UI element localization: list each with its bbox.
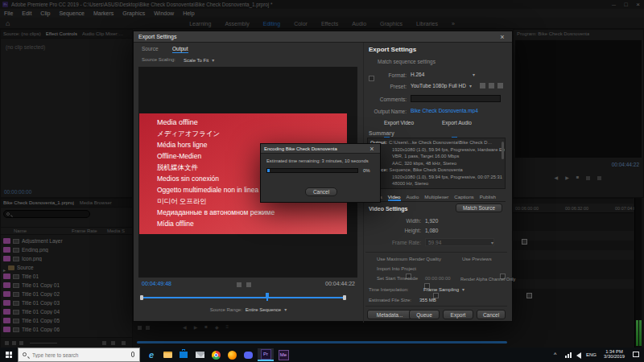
tab-publish[interactable]: Publish [480, 192, 496, 201]
source-scaling-dropdown[interactable]: Scale To Fit [184, 57, 214, 63]
media-encoder-icon[interactable]: Me [277, 348, 290, 361]
output-name-link[interactable]: Bike Check Dosnoventa.mp4 [411, 108, 478, 113]
comments-input[interactable] [411, 95, 501, 102]
import-into-project-label: Import Into Project [377, 266, 416, 271]
premiere-taskbar-icon[interactable]: Pr [258, 348, 274, 361]
preview-zoom-icon[interactable] [246, 282, 251, 287]
tray-clock[interactable]: 1:34 PM 3/30/2019 [599, 349, 630, 359]
range-out-handle[interactable] [343, 295, 346, 300]
render-alpha-checkbox[interactable] [526, 293, 532, 298]
close-icon[interactable] [367, 145, 377, 153]
preset-dropdown[interactable]: YouTube 1080p Full HD [411, 83, 472, 88]
tray-date: 3/30/2019 [599, 354, 630, 359]
import-preset-icon[interactable] [489, 83, 494, 88]
tab-audio[interactable]: Audio [407, 192, 419, 201]
tab-source-preview[interactable]: Source [142, 46, 159, 51]
preview-current-timecode: 00:04:49:48 [142, 281, 171, 286]
taskbar-search-box[interactable] [18, 348, 140, 362]
encoding-dialog-titlebar[interactable]: Encoding Bike Check Dosnoventa [261, 144, 380, 154]
microphone-icon[interactable] [131, 352, 134, 357]
preview-settings-icon[interactable] [237, 282, 242, 287]
media-offline-text: Медиаданные в автономном режиме [157, 208, 275, 216]
preview-seek-bar[interactable] [142, 294, 345, 301]
time-interpolation-label: Time Interpolation: [369, 287, 408, 292]
source-scaling-label: Source Scaling: [142, 57, 175, 62]
search-icon [23, 352, 27, 356]
time-interpolation-dropdown[interactable]: Frame Sampling [423, 286, 464, 292]
max-render-quality-label: Use Maximum Render Quality [377, 257, 441, 261]
export-settings-header: Export Settings [369, 46, 416, 53]
save-preset-icon[interactable] [480, 83, 485, 88]
summary-box[interactable]: Output: C:\Users\...ke Check Dosnoventa\… [367, 138, 506, 189]
delete-preset-icon[interactable] [497, 83, 503, 88]
encoding-cancel-button[interactable]: Cancel [305, 187, 337, 196]
export-button[interactable]: Export [443, 310, 473, 319]
file-size-value: 355 MB [419, 298, 436, 302]
firefox-icon[interactable] [225, 348, 238, 361]
comments-label: Comments: [365, 97, 407, 102]
close-icon[interactable] [497, 33, 507, 41]
use-previews-label: Use Previews [462, 257, 492, 261]
start-timecode-value[interactable]: 00:00:00:00 [425, 276, 451, 281]
media-offline-text: Medios sin conexión [157, 175, 219, 183]
store-icon[interactable] [177, 348, 190, 361]
output-name-label: Output Name: [365, 109, 407, 114]
height-label: Height: [365, 228, 421, 233]
network-icon[interactable] [565, 352, 572, 358]
file-size-label: Estimated File Size: [369, 298, 411, 302]
encoding-progress-bar [266, 168, 358, 173]
export-tabs: Effects Video Audio Multiplexer Captions… [367, 192, 506, 202]
tab-captions[interactable]: Captions [454, 192, 473, 201]
match-source-button[interactable]: Match Source [456, 204, 502, 212]
tab-multiplexer[interactable]: Multiplexer [424, 192, 448, 201]
export-dialog-titlebar[interactable]: Export Settings [134, 31, 512, 43]
start-button[interactable] [0, 348, 18, 362]
discord-icon[interactable] [242, 348, 254, 361]
mail-icon[interactable] [193, 348, 206, 361]
summary-source-name: Sequence, Bike Check Dosnoventa [390, 167, 463, 172]
windows-taskbar: e Pr Me ^ ENG 1:34 PM 3/30/2019 [0, 348, 644, 362]
summary-output-detail: VBR, 1 pass, Target 16.00 Mbps [392, 154, 459, 158]
preset-label: Preset: [365, 84, 407, 89]
tab-output-preview[interactable]: Output [172, 46, 188, 53]
action-center-icon[interactable] [633, 352, 639, 357]
link-dimensions-checkbox[interactable] [522, 239, 527, 245]
file-explorer-icon[interactable] [161, 348, 174, 361]
tray-language[interactable]: ENG [586, 352, 597, 357]
queue-button[interactable]: Queue [409, 310, 440, 319]
media-offline-text: Media offline [157, 118, 198, 126]
range-in-handle[interactable] [140, 295, 143, 300]
volume-icon[interactable] [576, 352, 581, 359]
edge-icon[interactable]: e [145, 348, 158, 361]
height-value[interactable]: 1,080 [425, 228, 438, 233]
media-offline-text: Média hors ligne [157, 141, 207, 149]
metadata-button[interactable]: Metadata... [367, 310, 412, 319]
summary-source-detail: 48000 Hz, Stereo [392, 181, 428, 186]
chrome-icon[interactable] [209, 348, 222, 361]
media-offline-text: 脱机媒体文件 [157, 163, 198, 173]
summary-scrollbar[interactable] [502, 142, 504, 159]
frame-rate-label: Frame Rate: [365, 240, 421, 245]
cancel-button[interactable]: Cancel [477, 310, 506, 319]
width-value[interactable]: 1,920 [425, 218, 438, 224]
render-alpha-label: Render Alpha Channel Only [460, 277, 515, 282]
tray-chevron-icon[interactable]: ^ [554, 352, 556, 357]
media-offline-text: Mídia offline [157, 220, 194, 228]
export-dialog-title: Export Settings [138, 34, 176, 39]
source-range-dropdown[interactable]: Entire Sequence [246, 306, 287, 312]
encoding-dialog-title: Encoding Bike Check Dosnoventa [264, 146, 337, 151]
match-sequence-label: Match sequence settings [378, 59, 436, 64]
format-dropdown[interactable]: H.264 [411, 72, 475, 77]
media-offline-text: Offline-Medien [157, 152, 201, 160]
video-settings-header: Video Settings [369, 206, 408, 212]
search-input[interactable] [32, 352, 121, 358]
preview-duration-timecode: 00:04:44:22 [295, 281, 355, 286]
frame-rate-dropdown: 59.94 [425, 238, 494, 246]
export-audio-label: Export Audio [442, 120, 472, 125]
media-offline-text: Oggetto multimediale non in linea [157, 186, 258, 194]
format-label: Format: [365, 72, 407, 78]
tab-video[interactable]: Video [388, 192, 401, 201]
summary-output-detail: 1920x1080 (1.0), 59.94 fps, Progressive,… [392, 147, 506, 152]
media-offline-text: メディアオフライン [157, 130, 220, 139]
summary-output-path: C:\Users\...ke Check Dosnoventa\Bike Che… [389, 140, 493, 145]
